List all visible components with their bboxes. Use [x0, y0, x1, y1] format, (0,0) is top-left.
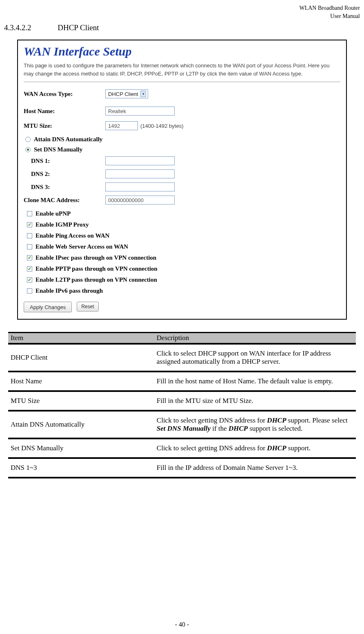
dns2-input[interactable]: [105, 169, 175, 178]
table-row: MTU SizeFill in the MTU size of MTU Size…: [8, 392, 356, 412]
table-cell-desc: Fill in the MTU size of MTU Size.: [154, 392, 356, 412]
enable-ipsec-label: Enable IPsec pass through on VPN connect…: [36, 254, 156, 261]
section-title: DHCP Client: [58, 23, 99, 32]
dns-manual-radio-row[interactable]: Set DNS Manually: [25, 146, 340, 153]
table-row: Set DNS ManuallyClick to select getting …: [8, 439, 356, 459]
table-row: DHCP ClientClick to select DHCP support …: [8, 345, 356, 372]
wan-access-type-label: WAN Access Type:: [24, 91, 105, 98]
table-row: Attain DNS AutomaticallyClick to select …: [8, 412, 356, 439]
mtu-hint: (1400-1492 bytes): [140, 123, 184, 129]
header-line2: User Manual: [4, 12, 360, 20]
mtu-row: MTU Size: (1400-1492 bytes): [24, 121, 340, 130]
table-cell-item: DHCP Client: [8, 345, 154, 372]
table-cell-item: Set DNS Manually: [8, 439, 154, 459]
checkbox-icon: ✓: [27, 222, 32, 227]
dns3-input[interactable]: [105, 182, 175, 191]
table-row: DNS 1~3Fill in the IP address of Domain …: [8, 459, 356, 478]
wan-access-type-row: WAN Access Type: DHCP Client ▾: [24, 89, 340, 98]
enable-l2tp-label: Enable L2TP pass through on VPN connecti…: [36, 276, 157, 283]
apply-changes-button[interactable]: Apply Changes: [24, 302, 72, 312]
enable-ping-label: Enable Ping Access on WAN: [36, 232, 109, 239]
dns-manual-label: Set DNS Manually: [34, 146, 82, 153]
table-cell-desc: Fill in the IP address of Domain Name Se…: [154, 459, 356, 478]
enable-web-label: Enable Web Server Access on WAN: [36, 243, 128, 250]
enable-upnp-label: Enable uPNP: [36, 210, 71, 217]
enable-igmp-label: Enable IGMP Proxy: [36, 221, 89, 228]
radio-icon: [25, 137, 31, 142]
button-bar: Apply Changes Reset: [24, 302, 340, 312]
clone-mac-label: Clone MAC Address:: [24, 197, 105, 204]
checkbox-icon: [27, 211, 32, 216]
mtu-label: MTU Size:: [24, 122, 105, 129]
section-heading: 4.3.4.2.2 DHCP Client: [4, 23, 360, 32]
enable-ipv6-row[interactable]: Enable IPv6 pass through: [27, 287, 340, 294]
header-line1: WLAN Broadband Router: [4, 4, 360, 12]
enable-pptp-row[interactable]: ✓ Enable PPTP pass through on VPN connec…: [27, 265, 340, 272]
host-name-label: Host Name:: [24, 108, 105, 115]
enable-ipv6-label: Enable IPv6 pass through: [36, 287, 103, 294]
reset-button[interactable]: Reset: [77, 302, 98, 311]
enable-l2tp-row[interactable]: ✓ Enable L2TP pass through on VPN connec…: [27, 276, 340, 283]
enable-web-row[interactable]: Enable Web Server Access on WAN: [27, 243, 340, 250]
wan-setup-panel: WAN Interface Setup This page is used to…: [17, 40, 347, 320]
radio-icon: [25, 147, 31, 152]
table-cell-desc: Click to select getting DNS address for …: [154, 439, 356, 459]
wan-access-type-select[interactable]: DHCP Client ▾: [105, 89, 148, 98]
enable-upnp-row[interactable]: Enable uPNP: [27, 210, 340, 217]
table-cell-item: Attain DNS Automatically: [8, 412, 154, 439]
divider: [24, 82, 340, 82]
enable-ipsec-row[interactable]: ✓ Enable IPsec pass through on VPN conne…: [27, 254, 340, 261]
enable-ping-row[interactable]: Enable Ping Access on WAN: [27, 232, 340, 239]
clone-mac-row: Clone MAC Address:: [24, 196, 340, 205]
dns1-row: DNS 1:: [31, 156, 340, 165]
table-cell-item: MTU Size: [8, 392, 154, 412]
dns1-input[interactable]: [105, 156, 175, 165]
description-table: Item Description DHCP ClientClick to sel…: [8, 332, 356, 478]
wan-access-type-value: DHCP Client: [108, 91, 138, 97]
table-row: Host NameFill in the host name of Host N…: [8, 372, 356, 392]
table-cell-desc: Fill in the host name of Host Name. The …: [154, 372, 356, 392]
table-cell-item: Host Name: [8, 372, 154, 392]
checkbox-icon: ✓: [27, 277, 32, 283]
dns2-label: DNS 2:: [31, 171, 105, 178]
table-cell-desc: Click to select getting DNS address for …: [154, 412, 356, 439]
host-name-row: Host Name:: [24, 107, 340, 116]
enable-pptp-label: Enable PPTP pass through on VPN connecti…: [36, 265, 158, 272]
wan-description: This page is used to configure the param…: [24, 62, 340, 78]
table-cell-item: DNS 1~3: [8, 459, 154, 478]
table-head-item: Item: [8, 332, 154, 345]
table-head-desc: Description: [154, 332, 356, 345]
table-header-row: Item Description: [8, 332, 356, 345]
dns-auto-radio-row[interactable]: Attain DNS Automatically: [25, 136, 340, 143]
wan-title: WAN Interface Setup: [24, 44, 340, 58]
chevron-down-icon: ▾: [140, 91, 146, 97]
checkbox-icon: [27, 288, 32, 294]
host-name-input[interactable]: [105, 107, 175, 116]
checkbox-icon: ✓: [27, 255, 32, 260]
page-header: WLAN Broadband Router User Manual: [4, 4, 360, 20]
mtu-input[interactable]: [105, 121, 138, 130]
checkbox-icon: ✓: [27, 266, 32, 271]
checkbox-icon: [27, 233, 32, 238]
dns3-label: DNS 3:: [31, 184, 105, 191]
clone-mac-input[interactable]: [105, 196, 175, 205]
dns3-row: DNS 3:: [31, 182, 340, 191]
section-number: 4.3.4.2.2: [4, 23, 31, 32]
dns2-row: DNS 2:: [31, 169, 340, 178]
checkbox-icon: [27, 244, 32, 249]
dns-auto-label: Attain DNS Automatically: [34, 136, 102, 143]
table-cell-desc: Click to select DHCP support on WAN inte…: [154, 345, 356, 372]
dns1-label: DNS 1:: [31, 158, 105, 165]
page-number: - 40 -: [0, 621, 364, 628]
enable-igmp-row[interactable]: ✓ Enable IGMP Proxy: [27, 221, 340, 228]
